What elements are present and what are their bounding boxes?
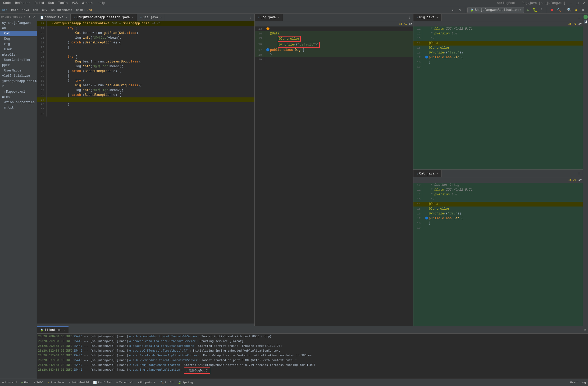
- bottom-tab-llication[interactable]: 🍃 llication ✕: [37, 326, 69, 333]
- breadcrumb-cky[interactable]: cky: [42, 8, 47, 12]
- run-config-selector[interactable]: 🍃 ShujufangwenApplication ▾: [467, 7, 524, 13]
- tab-cat[interactable]: ☕ Cat.java ✕: [137, 14, 165, 21]
- sidebar-icon-collapse[interactable]: ◁: [32, 15, 36, 19]
- log-msg-3: Starting Servlet engine: [Apache Tomcat/…: [198, 344, 282, 348]
- log-area[interactable]: 28:20.288+08:00 INFO 25440 --- [shujufan…: [37, 334, 588, 379]
- tab-bar-menu-right-top[interactable]: ⋮: [575, 15, 583, 19]
- left-tab-bar: 📄 banner.txt ✕ ☕ ShujufangwenApplication…: [37, 14, 254, 21]
- breadcrumb-java[interactable]: java: [22, 8, 29, 12]
- menu-item-tools[interactable]: Tools: [56, 0, 70, 6]
- sidebar-item-dog[interactable]: Dog: [0, 36, 37, 42]
- sidebar-icon-gear[interactable]: ⚙: [28, 15, 31, 19]
- menu-item-run[interactable]: Run: [46, 0, 56, 6]
- toolbar-item-problems[interactable]: ⚠ Problems: [48, 381, 64, 384]
- code-line-18: 18 ConfigurableApplicationContext run = …: [37, 21, 254, 26]
- toolbar-item-autobuild[interactable]: ⚡ Auto-build: [69, 381, 89, 384]
- sidebar-item-vletinitializer[interactable]: vletInitializer: [0, 73, 37, 79]
- menu-item-code[interactable]: Code: [1, 0, 13, 6]
- event-log[interactable]: Event Log: [570, 381, 586, 384]
- tab-dog-close[interactable]: ✕: [278, 16, 280, 19]
- menu-item-build[interactable]: Build: [32, 0, 46, 6]
- breadcrumb-src[interactable]: src: [2, 8, 7, 12]
- pig-line-14: 14 @Data: [413, 41, 583, 46]
- tab-banner[interactable]: 📄 banner.txt ✕: [37, 14, 71, 21]
- log-main-3: main]: [119, 344, 128, 348]
- tab-dog[interactable]: ☕ Dog.java ✕: [255, 14, 283, 21]
- toolbar-item-endpoints[interactable]: ↗ Endpoints: [137, 381, 156, 384]
- sidebar-item-r[interactable]: r: [0, 84, 37, 89]
- menu-item-window[interactable]: Window: [80, 0, 95, 6]
- log-thread-8: --- [shujufangwen] [: [83, 367, 118, 374]
- bottom-panel-settings[interactable]: ⚙: [582, 328, 588, 332]
- tab-cat2-close[interactable]: ✕: [437, 172, 438, 175]
- breadcrumb-dog[interactable]: Dog: [87, 8, 92, 12]
- maximize-btn[interactable]: □: [574, 0, 580, 6]
- toolbar-item-profiler[interactable]: 📊 Profiler: [93, 381, 112, 384]
- sidebar-icon-up[interactable]: ↑: [23, 15, 26, 19]
- tab-bar-menu-middle[interactable]: ⋮: [406, 15, 413, 19]
- settings-button[interactable]: ⚙: [580, 7, 586, 13]
- minimize-btn[interactable]: ─: [568, 0, 574, 6]
- sidebar-item-usercontroller[interactable]: UserController: [0, 57, 37, 63]
- sidebar-item-txt[interactable]: n.txt: [0, 105, 37, 110]
- sidebar-item-pig[interactable]: Pig: [0, 42, 37, 47]
- breadcrumb-com[interactable]: com: [33, 8, 38, 12]
- sidebar-item-shujufangwen[interactable]: cy.shujufangwen: [0, 20, 37, 26]
- tab-shujufangwen[interactable]: ☕ ShujufangwenApplication.java ✕: [71, 14, 137, 21]
- cat-nav-down[interactable]: ▼: [580, 179, 582, 182]
- tab-banner-close[interactable]: ✕: [66, 16, 67, 19]
- tab-bar-menu-left[interactable]: ⋮: [247, 15, 254, 19]
- icon-btn-forward[interactable]: ↪: [457, 7, 463, 13]
- sidebar-item-properties[interactable]: ation.properties: [0, 100, 37, 105]
- tab-shujufangwen-close[interactable]: ✕: [132, 16, 134, 19]
- top-toolbar: src › main › java › com › cky › shujufan…: [0, 6, 588, 14]
- log-time-6: 28:20.537+08:00: [38, 358, 64, 363]
- middle-code-area[interactable]: ⚠5 ✓1 ▲ ▼ 13 🔶 14: [255, 21, 413, 326]
- dog-nav-down[interactable]: ▼: [411, 23, 412, 25]
- sidebar-item-an[interactable]: an: [0, 26, 37, 31]
- left-scrollbar[interactable]: [37, 324, 254, 326]
- toolbar-item-todo[interactable]: ≡ TODO: [34, 381, 43, 384]
- breadcrumb-bean[interactable]: bean: [76, 8, 83, 12]
- search-button[interactable]: 🔍: [566, 7, 572, 13]
- toolbar-item-control[interactable]: ⚙ Control: [2, 381, 17, 384]
- notification-button[interactable]: ●: [573, 7, 579, 13]
- sidebar-item-rmapper[interactable]: rMapper.xml: [0, 89, 37, 95]
- sidebar-item-usermapper[interactable]: UserMapper: [0, 68, 37, 73]
- tab-pig[interactable]: ☕ Pig.java ✕: [413, 14, 442, 21]
- stop-button[interactable]: ⏹: [549, 7, 555, 13]
- tab-cat-close[interactable]: ✕: [160, 16, 162, 19]
- tab-bar-menu-right-bottom[interactable]: ⋮: [575, 172, 583, 176]
- run-button[interactable]: ▶: [525, 7, 531, 13]
- sidebar-item-ntroller[interactable]: ntroller: [0, 52, 37, 57]
- breadcrumb-shujufangwen[interactable]: shujufangwen: [51, 8, 72, 12]
- sidebar-item-pper[interactable]: pper: [0, 63, 37, 68]
- breadcrumb-main[interactable]: main: [11, 8, 18, 12]
- menu-item-vcs[interactable]: VCS: [70, 0, 80, 6]
- icon-btn-back[interactable]: ↩: [450, 7, 456, 13]
- cat-code-area[interactable]: 10 * @author lckog 11 * @Date 2024/6/12 …: [413, 183, 583, 326]
- menu-item-help[interactable]: Help: [95, 0, 107, 6]
- bottom-tab-close[interactable]: ✕: [64, 329, 65, 332]
- code-line-23: 23 }: [37, 45, 254, 50]
- todo-icon: ≡: [34, 381, 35, 384]
- tab-pig-close[interactable]: ✕: [437, 16, 438, 19]
- more-run-btn[interactable]: ⋮: [539, 7, 545, 13]
- toolbar-item-terminal[interactable]: ⊡ Terminal: [116, 381, 133, 384]
- toolbar-item-spring[interactable]: 🍃 Spring: [178, 381, 193, 384]
- sidebar-item-application[interactable]: jufangwenApplication: [0, 79, 37, 84]
- toolbar-item-run[interactable]: ▶ Run: [21, 381, 29, 384]
- sidebar-item-cat[interactable]: Cat: [0, 31, 37, 36]
- debug-button[interactable]: 🐛: [532, 7, 538, 13]
- toolbar-item-build[interactable]: 🔨 Build: [160, 381, 174, 384]
- close-btn[interactable]: ✕: [581, 0, 587, 6]
- sidebar-item-ates[interactable]: ates: [0, 95, 37, 100]
- log-sep-6: :: [199, 358, 200, 363]
- menu-item-refactor[interactable]: Refactor: [13, 0, 33, 6]
- pig-nav-down[interactable]: ▼: [580, 23, 582, 25]
- sidebar-item-user[interactable]: User: [0, 47, 37, 52]
- build-button[interactable]: 🔨: [556, 7, 562, 13]
- pig-code-area[interactable]: 11 * @Date 2024/6/12 9:21 12 * @Version …: [413, 26, 583, 169]
- left-code-area[interactable]: 18 ConfigurableApplicationContext run = …: [37, 21, 254, 326]
- tab-cat2[interactable]: ☕ Cat.java ✕: [413, 170, 442, 177]
